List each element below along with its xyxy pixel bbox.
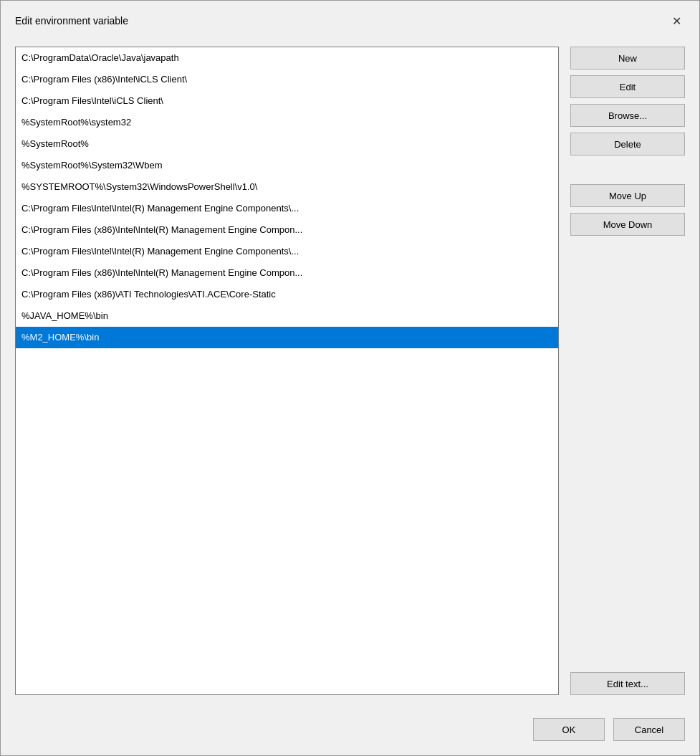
close-button[interactable]: ✕ xyxy=(665,9,688,32)
list-item[interactable]: %JAVA_HOME%\bin xyxy=(16,305,558,327)
move-down-button[interactable]: Move Down xyxy=(570,213,685,236)
list-item[interactable]: C:\Program Files\Intel\iCLS Client\ xyxy=(16,90,558,112)
edit-text-button[interactable]: Edit text... xyxy=(570,672,685,695)
list-item[interactable]: %SystemRoot%\system32 xyxy=(16,112,558,133)
list-item[interactable]: %M2_HOME%\bin xyxy=(16,327,558,348)
list-item[interactable]: C:\ProgramData\Oracle\Java\javapath xyxy=(16,47,558,69)
new-button[interactable]: New xyxy=(570,47,685,70)
button-spacer-1 xyxy=(570,161,685,178)
browse-button[interactable]: Browse... xyxy=(570,104,685,127)
cancel-button[interactable]: Cancel xyxy=(613,718,685,741)
buttons-panel: New Edit Browse... Delete Move Up Move D… xyxy=(570,47,685,695)
list-item[interactable]: C:\Program Files (x86)\Intel\Intel(R) Ma… xyxy=(16,219,558,241)
list-item[interactable]: %SystemRoot%\System32\Wbem xyxy=(16,155,558,176)
dialog-footer: OK Cancel xyxy=(1,709,699,755)
edit-env-variable-dialog: Edit environment variable ✕ C:\ProgramDa… xyxy=(0,0,700,756)
delete-button[interactable]: Delete xyxy=(570,133,685,155)
list-item[interactable]: C:\Program Files (x86)\Intel\Intel(R) Ma… xyxy=(16,262,558,284)
list-item[interactable]: C:\Program Files (x86)\ATI Technologies\… xyxy=(16,284,558,305)
dialog-content: C:\ProgramData\Oracle\Java\javapathC:\Pr… xyxy=(1,39,699,709)
edit-button[interactable]: Edit xyxy=(570,75,685,98)
list-item[interactable]: C:\Program Files (x86)\Intel\iCLS Client… xyxy=(16,69,558,90)
title-bar: Edit environment variable ✕ xyxy=(1,1,699,39)
list-item[interactable]: C:\Program Files\Intel\Intel(R) Manageme… xyxy=(16,198,558,219)
ok-button[interactable]: OK xyxy=(533,718,605,741)
list-item[interactable]: C:\Program Files\Intel\Intel(R) Manageme… xyxy=(16,241,558,262)
list-item[interactable]: %SystemRoot% xyxy=(16,133,558,155)
move-up-button[interactable]: Move Up xyxy=(570,184,685,207)
button-spacer-2 xyxy=(570,241,685,666)
env-variable-list[interactable]: C:\ProgramData\Oracle\Java\javapathC:\Pr… xyxy=(15,47,559,695)
list-item[interactable]: %SYSTEMROOT%\System32\WindowsPowerShell\… xyxy=(16,176,558,198)
dialog-title: Edit environment variable xyxy=(15,15,128,27)
